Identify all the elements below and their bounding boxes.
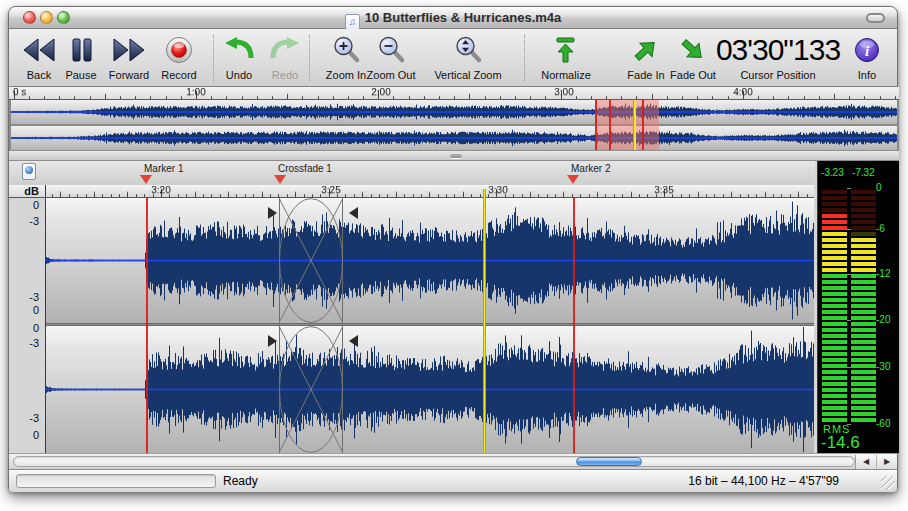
- meter-tick: [847, 424, 851, 425]
- status-text: Ready: [223, 474, 258, 488]
- meter-segment: [851, 370, 876, 374]
- meter-segment: [822, 220, 847, 224]
- marker-line: [573, 198, 575, 453]
- info-icon: i: [832, 31, 902, 69]
- meter-segment: [822, 394, 847, 398]
- meter-segment: [851, 214, 876, 218]
- meter-segment: [851, 358, 876, 362]
- marker-triangle-icon[interactable]: [274, 175, 286, 184]
- meter-segment: [851, 190, 876, 194]
- toolbar-toggle-pill[interactable]: [866, 13, 885, 23]
- db-scale-header: dB: [9, 185, 46, 198]
- meter-segment: [851, 394, 876, 398]
- marker-lane[interactable]: Marker 1Crossfade 1Marker 2: [9, 161, 815, 185]
- title-bar[interactable]: ♫10 Butterflies & Hurricanes.m4a: [9, 7, 897, 29]
- waveform-channel-right[interactable]: [46, 326, 814, 453]
- playback-cursor-line: [483, 189, 486, 453]
- meter-segment: [822, 232, 847, 236]
- meter-segment: [851, 286, 876, 290]
- horizontal-scrollbar[interactable]: ◀ ▶: [9, 453, 897, 469]
- meter-segment: [851, 376, 876, 380]
- meter-segment: [851, 268, 876, 272]
- scroll-right-button[interactable]: ▶: [877, 455, 897, 469]
- meter-segment: [822, 376, 847, 380]
- meter-segment: [851, 310, 876, 314]
- meter-segment: [822, 292, 847, 296]
- meter-scale-label: 0: [876, 183, 898, 193]
- cursor-position-value: 03'30"133: [706, 31, 850, 69]
- meter-segment: [851, 346, 876, 350]
- meter-segment: [822, 406, 847, 410]
- meter-segment: [822, 364, 847, 368]
- toolbar-separator: [524, 35, 525, 81]
- crossfade-handle-right-icon[interactable]: [349, 335, 358, 347]
- marker-triangle-icon[interactable]: [567, 175, 579, 184]
- meter-segment: [851, 316, 876, 320]
- crossfade-handle-left-icon[interactable]: [268, 335, 277, 347]
- meter-segment: [822, 352, 847, 356]
- time-ruler[interactable]: [46, 185, 814, 198]
- zoom-out-button[interactable]: Zoom Out: [356, 31, 426, 85]
- meter-scale-label: -60: [876, 419, 898, 429]
- overview-selection[interactable]: [595, 100, 659, 150]
- meter-segment: [851, 232, 876, 236]
- meter-segment: [851, 298, 876, 302]
- overview-time-ruler[interactable]: [9, 87, 899, 100]
- overview-marker-line: [595, 100, 597, 150]
- meter-tick: [847, 229, 851, 230]
- meter-segment: [822, 412, 847, 416]
- marker-line: [146, 198, 148, 453]
- normalize-icon: [531, 31, 601, 69]
- overview-waveform-left[interactable]: [11, 100, 897, 124]
- meter-segment: [851, 196, 876, 200]
- overview-waveforms[interactable]: [9, 100, 899, 150]
- meter-segment: [851, 262, 876, 266]
- meter-segment: [822, 388, 847, 392]
- meter-segment: [822, 370, 847, 374]
- crossfade-handle-right-icon[interactable]: [349, 207, 358, 219]
- meter-segment: [851, 364, 876, 368]
- meter-segment: [851, 328, 876, 332]
- meter-segment: [851, 304, 876, 308]
- magnifier-minus-icon: [356, 31, 426, 69]
- meter-segment: [822, 400, 847, 404]
- magnifier-vertical-icon: [423, 31, 513, 69]
- meter-segment: [822, 268, 847, 272]
- meter-segment: [851, 202, 876, 206]
- pane-divider[interactable]: [9, 150, 899, 161]
- meter-segment: [851, 208, 876, 212]
- db-scale-value: 0: [33, 429, 39, 441]
- divider-grip-icon[interactable]: [450, 154, 462, 158]
- crossfade-handle-left-icon[interactable]: [268, 207, 277, 219]
- normalize-button[interactable]: Normalize: [531, 31, 601, 85]
- marker-label: Crossfade 1: [278, 163, 332, 174]
- marker-triangle-icon[interactable]: [140, 175, 152, 184]
- info-button[interactable]: i Info: [832, 31, 902, 85]
- progress-well: [16, 474, 216, 488]
- scroll-left-button[interactable]: ◀: [856, 455, 877, 469]
- meter-segment: [851, 244, 876, 248]
- peak-value-left: -3.23: [821, 166, 843, 178]
- meter-segment: [851, 274, 876, 278]
- meter-scale-label: -20: [876, 315, 898, 325]
- overview-cursor-line: [633, 100, 636, 150]
- meter-segment: [851, 334, 876, 338]
- meter-segment: [822, 322, 847, 326]
- scrollbar-track[interactable]: [13, 456, 855, 467]
- scrollbar-thumb[interactable]: [576, 457, 642, 466]
- meter-segment: [822, 334, 847, 338]
- rms-value: -14.6: [821, 433, 860, 453]
- meter-segment: [822, 316, 847, 320]
- db-scale-value: 0: [33, 304, 39, 316]
- vertical-zoom-button[interactable]: Vertical Zoom: [423, 31, 513, 85]
- crossfade-envelope[interactable]: [279, 198, 343, 323]
- meter-tick: [847, 367, 851, 368]
- resize-grip[interactable]: [881, 476, 895, 490]
- info-label: Info: [832, 69, 902, 82]
- overview-waveform-right[interactable]: [11, 126, 897, 150]
- waveform-channel-left[interactable]: [46, 198, 814, 323]
- meter-segment: [822, 280, 847, 284]
- db-scale-column: dB 0-3-300-3-30: [9, 161, 46, 453]
- meter-scale-label: -12: [876, 269, 898, 279]
- crossfade-envelope[interactable]: [279, 326, 343, 453]
